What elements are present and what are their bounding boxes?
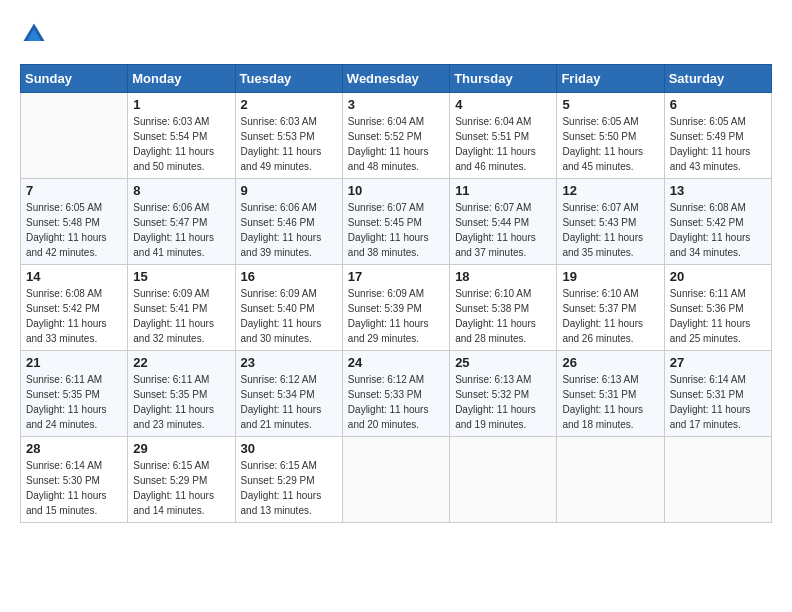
day-detail: Sunrise: 6:14 AMSunset: 5:30 PMDaylight:… <box>26 458 122 518</box>
day-number: 24 <box>348 355 444 370</box>
day-number: 12 <box>562 183 658 198</box>
day-detail: Sunrise: 6:11 AMSunset: 5:35 PMDaylight:… <box>26 372 122 432</box>
calendar-day-cell: 12Sunrise: 6:07 AMSunset: 5:43 PMDayligh… <box>557 179 664 265</box>
day-detail: Sunrise: 6:08 AMSunset: 5:42 PMDaylight:… <box>670 200 766 260</box>
day-detail: Sunrise: 6:03 AMSunset: 5:54 PMDaylight:… <box>133 114 229 174</box>
day-detail: Sunrise: 6:12 AMSunset: 5:33 PMDaylight:… <box>348 372 444 432</box>
calendar-day-cell: 8Sunrise: 6:06 AMSunset: 5:47 PMDaylight… <box>128 179 235 265</box>
day-detail: Sunrise: 6:11 AMSunset: 5:36 PMDaylight:… <box>670 286 766 346</box>
day-detail: Sunrise: 6:15 AMSunset: 5:29 PMDaylight:… <box>133 458 229 518</box>
day-number: 10 <box>348 183 444 198</box>
day-detail: Sunrise: 6:13 AMSunset: 5:31 PMDaylight:… <box>562 372 658 432</box>
calendar-header-cell: Tuesday <box>235 65 342 93</box>
day-detail: Sunrise: 6:09 AMSunset: 5:39 PMDaylight:… <box>348 286 444 346</box>
calendar-week-row: 28Sunrise: 6:14 AMSunset: 5:30 PMDayligh… <box>21 437 772 523</box>
day-number: 26 <box>562 355 658 370</box>
day-number: 27 <box>670 355 766 370</box>
calendar-week-row: 14Sunrise: 6:08 AMSunset: 5:42 PMDayligh… <box>21 265 772 351</box>
day-number: 15 <box>133 269 229 284</box>
day-detail: Sunrise: 6:07 AMSunset: 5:43 PMDaylight:… <box>562 200 658 260</box>
calendar-day-cell: 3Sunrise: 6:04 AMSunset: 5:52 PMDaylight… <box>342 93 449 179</box>
day-detail: Sunrise: 6:07 AMSunset: 5:44 PMDaylight:… <box>455 200 551 260</box>
calendar-day-cell <box>450 437 557 523</box>
calendar-day-cell: 25Sunrise: 6:13 AMSunset: 5:32 PMDayligh… <box>450 351 557 437</box>
day-detail: Sunrise: 6:11 AMSunset: 5:35 PMDaylight:… <box>133 372 229 432</box>
calendar-header: SundayMondayTuesdayWednesdayThursdayFrid… <box>21 65 772 93</box>
day-number: 8 <box>133 183 229 198</box>
day-number: 14 <box>26 269 122 284</box>
day-number: 1 <box>133 97 229 112</box>
calendar-header-cell: Wednesday <box>342 65 449 93</box>
calendar-day-cell: 7Sunrise: 6:05 AMSunset: 5:48 PMDaylight… <box>21 179 128 265</box>
day-number: 3 <box>348 97 444 112</box>
calendar-day-cell: 20Sunrise: 6:11 AMSunset: 5:36 PMDayligh… <box>664 265 771 351</box>
day-detail: Sunrise: 6:14 AMSunset: 5:31 PMDaylight:… <box>670 372 766 432</box>
calendar-day-cell: 2Sunrise: 6:03 AMSunset: 5:53 PMDaylight… <box>235 93 342 179</box>
day-detail: Sunrise: 6:09 AMSunset: 5:40 PMDaylight:… <box>241 286 337 346</box>
day-detail: Sunrise: 6:10 AMSunset: 5:38 PMDaylight:… <box>455 286 551 346</box>
day-number: 21 <box>26 355 122 370</box>
calendar-header-row: SundayMondayTuesdayWednesdayThursdayFrid… <box>21 65 772 93</box>
day-number: 2 <box>241 97 337 112</box>
calendar-day-cell <box>342 437 449 523</box>
day-detail: Sunrise: 6:04 AMSunset: 5:51 PMDaylight:… <box>455 114 551 174</box>
calendar-day-cell: 14Sunrise: 6:08 AMSunset: 5:42 PMDayligh… <box>21 265 128 351</box>
day-detail: Sunrise: 6:03 AMSunset: 5:53 PMDaylight:… <box>241 114 337 174</box>
day-detail: Sunrise: 6:05 AMSunset: 5:48 PMDaylight:… <box>26 200 122 260</box>
day-number: 4 <box>455 97 551 112</box>
calendar-day-cell: 19Sunrise: 6:10 AMSunset: 5:37 PMDayligh… <box>557 265 664 351</box>
day-detail: Sunrise: 6:09 AMSunset: 5:41 PMDaylight:… <box>133 286 229 346</box>
calendar-header-cell: Saturday <box>664 65 771 93</box>
calendar-day-cell: 15Sunrise: 6:09 AMSunset: 5:41 PMDayligh… <box>128 265 235 351</box>
day-number: 30 <box>241 441 337 456</box>
calendar-day-cell: 24Sunrise: 6:12 AMSunset: 5:33 PMDayligh… <box>342 351 449 437</box>
day-detail: Sunrise: 6:08 AMSunset: 5:42 PMDaylight:… <box>26 286 122 346</box>
calendar-day-cell: 17Sunrise: 6:09 AMSunset: 5:39 PMDayligh… <box>342 265 449 351</box>
calendar-day-cell: 11Sunrise: 6:07 AMSunset: 5:44 PMDayligh… <box>450 179 557 265</box>
calendar-week-row: 21Sunrise: 6:11 AMSunset: 5:35 PMDayligh… <box>21 351 772 437</box>
day-detail: Sunrise: 6:13 AMSunset: 5:32 PMDaylight:… <box>455 372 551 432</box>
day-number: 23 <box>241 355 337 370</box>
calendar-header-cell: Thursday <box>450 65 557 93</box>
day-detail: Sunrise: 6:15 AMSunset: 5:29 PMDaylight:… <box>241 458 337 518</box>
day-number: 25 <box>455 355 551 370</box>
day-detail: Sunrise: 6:06 AMSunset: 5:47 PMDaylight:… <box>133 200 229 260</box>
calendar-day-cell: 16Sunrise: 6:09 AMSunset: 5:40 PMDayligh… <box>235 265 342 351</box>
day-number: 22 <box>133 355 229 370</box>
calendar-day-cell <box>21 93 128 179</box>
calendar-day-cell: 18Sunrise: 6:10 AMSunset: 5:38 PMDayligh… <box>450 265 557 351</box>
calendar-day-cell: 26Sunrise: 6:13 AMSunset: 5:31 PMDayligh… <box>557 351 664 437</box>
day-number: 7 <box>26 183 122 198</box>
calendar-header-cell: Monday <box>128 65 235 93</box>
calendar-day-cell: 27Sunrise: 6:14 AMSunset: 5:31 PMDayligh… <box>664 351 771 437</box>
calendar-day-cell: 10Sunrise: 6:07 AMSunset: 5:45 PMDayligh… <box>342 179 449 265</box>
day-number: 17 <box>348 269 444 284</box>
day-number: 6 <box>670 97 766 112</box>
calendar-day-cell: 21Sunrise: 6:11 AMSunset: 5:35 PMDayligh… <box>21 351 128 437</box>
calendar-day-cell <box>557 437 664 523</box>
day-detail: Sunrise: 6:06 AMSunset: 5:46 PMDaylight:… <box>241 200 337 260</box>
calendar-day-cell: 1Sunrise: 6:03 AMSunset: 5:54 PMDaylight… <box>128 93 235 179</box>
page-header <box>20 20 772 48</box>
day-number: 11 <box>455 183 551 198</box>
day-number: 13 <box>670 183 766 198</box>
day-detail: Sunrise: 6:05 AMSunset: 5:50 PMDaylight:… <box>562 114 658 174</box>
calendar-day-cell: 23Sunrise: 6:12 AMSunset: 5:34 PMDayligh… <box>235 351 342 437</box>
day-number: 18 <box>455 269 551 284</box>
day-number: 20 <box>670 269 766 284</box>
day-number: 9 <box>241 183 337 198</box>
calendar-day-cell: 9Sunrise: 6:06 AMSunset: 5:46 PMDaylight… <box>235 179 342 265</box>
calendar-day-cell: 6Sunrise: 6:05 AMSunset: 5:49 PMDaylight… <box>664 93 771 179</box>
calendar-table: SundayMondayTuesdayWednesdayThursdayFrid… <box>20 64 772 523</box>
day-number: 16 <box>241 269 337 284</box>
calendar-day-cell: 28Sunrise: 6:14 AMSunset: 5:30 PMDayligh… <box>21 437 128 523</box>
calendar-day-cell: 4Sunrise: 6:04 AMSunset: 5:51 PMDaylight… <box>450 93 557 179</box>
day-detail: Sunrise: 6:05 AMSunset: 5:49 PMDaylight:… <box>670 114 766 174</box>
day-detail: Sunrise: 6:12 AMSunset: 5:34 PMDaylight:… <box>241 372 337 432</box>
day-number: 29 <box>133 441 229 456</box>
calendar-header-cell: Friday <box>557 65 664 93</box>
calendar-day-cell: 13Sunrise: 6:08 AMSunset: 5:42 PMDayligh… <box>664 179 771 265</box>
calendar-week-row: 1Sunrise: 6:03 AMSunset: 5:54 PMDaylight… <box>21 93 772 179</box>
logo <box>20 20 52 48</box>
calendar-day-cell: 29Sunrise: 6:15 AMSunset: 5:29 PMDayligh… <box>128 437 235 523</box>
